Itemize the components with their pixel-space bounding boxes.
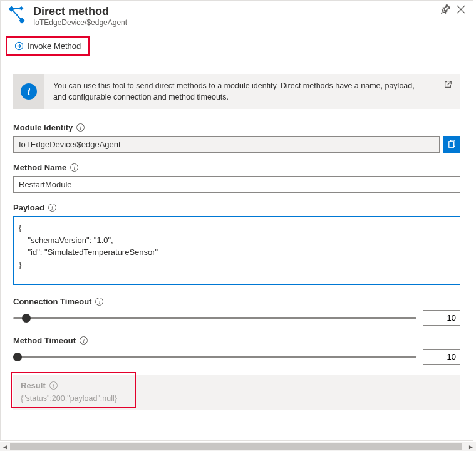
connection-timeout-slider[interactable] <box>13 312 416 324</box>
invoke-method-button[interactable]: Invoke Method <box>9 39 86 53</box>
tooltip-icon[interactable]: i <box>48 204 56 212</box>
info-icon-wrap: i <box>13 74 44 109</box>
module-identity-label: Module Identity <box>13 123 73 132</box>
result-text: {"status":200,"payload":null} <box>21 394 453 403</box>
info-banner: i You can use this tool to send direct m… <box>13 74 460 109</box>
module-identity-field: Module Identity i <box>13 123 460 153</box>
copy-button[interactable] <box>443 136 460 153</box>
svg-rect-8 <box>449 142 454 147</box>
result-box: Result i {"status":200,"payload":null} <box>13 375 460 410</box>
payload-label: Payload <box>13 203 44 212</box>
tooltip-icon[interactable]: i <box>95 298 103 306</box>
direct-method-icon <box>8 6 27 24</box>
result-label: Result <box>21 381 46 390</box>
panel-subtitle: IoTEdgeDevice/$edgeAgent <box>33 18 441 27</box>
tooltip-icon[interactable]: i <box>49 381 58 390</box>
info-text: You can use this tool to send direct met… <box>44 74 435 109</box>
method-name-field: Method Name i <box>13 163 460 193</box>
copy-icon <box>447 140 457 149</box>
highlight-invoke: Invoke Method <box>6 36 90 56</box>
connection-timeout-field: Connection Timeout i <box>13 297 460 326</box>
scroll-left-icon[interactable]: ◄ <box>0 442 10 451</box>
direct-method-panel: Direct method IoTEdgeDevice/$edgeAgent <box>0 0 473 441</box>
invoke-method-label: Invoke Method <box>28 41 81 51</box>
method-timeout-label: Method Timeout <box>13 336 76 345</box>
pin-icon[interactable] <box>441 4 450 14</box>
tooltip-icon[interactable]: i <box>70 163 78 172</box>
invoke-arrow-icon <box>14 41 24 51</box>
content-area: i You can use this tool to send direct m… <box>1 61 473 417</box>
toolbar: Invoke Method <box>1 31 473 61</box>
connection-timeout-value[interactable] <box>423 310 460 326</box>
tooltip-icon[interactable]: i <box>76 123 85 132</box>
module-identity-input <box>13 136 440 153</box>
external-link-icon[interactable] <box>435 74 460 109</box>
method-name-label: Method Name <box>13 163 66 172</box>
info-icon: i <box>21 83 37 100</box>
scroll-right-icon[interactable]: ► <box>466 442 476 451</box>
payload-field: Payload i <box>13 203 460 287</box>
method-timeout-slider[interactable] <box>13 351 416 363</box>
connection-timeout-label: Connection Timeout <box>13 297 91 306</box>
panel-title: Direct method <box>33 4 441 18</box>
method-timeout-field: Method Timeout i <box>13 336 460 365</box>
method-name-input[interactable] <box>13 176 460 193</box>
panel-header: Direct method IoTEdgeDevice/$edgeAgent <box>1 1 473 31</box>
method-timeout-value[interactable] <box>423 349 460 365</box>
tooltip-icon[interactable]: i <box>80 336 88 345</box>
horizontal-scrollbar[interactable]: ◄ ► <box>0 442 476 451</box>
payload-input[interactable] <box>13 216 460 285</box>
close-icon[interactable] <box>457 5 465 14</box>
